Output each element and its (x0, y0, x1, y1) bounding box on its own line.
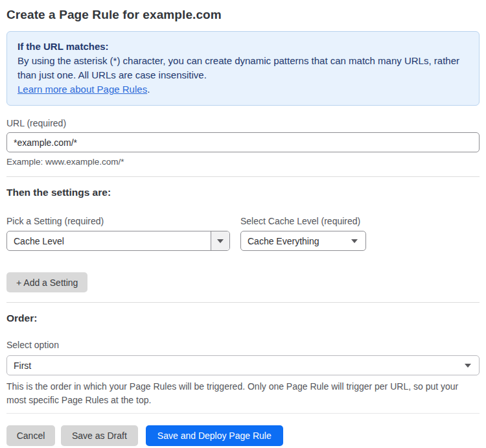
info-box-link-line: Learn more about Page Rules. (17, 82, 469, 97)
cache-level-value: Cache Everything (241, 236, 351, 246)
cache-level-picker-label: Select Cache Level (required) (240, 216, 366, 226)
cache-level-picker-column: Select Cache Level (required) Cache Ever… (240, 216, 366, 251)
create-page-rule-form: Create a Page Rule for example.com If th… (0, 0, 486, 446)
chevron-down-icon (465, 364, 471, 368)
settings-row: Pick a Setting (required) Cache Level Se… (6, 216, 480, 251)
add-setting-button[interactable]: + Add a Setting (6, 272, 87, 292)
section-divider (6, 176, 480, 177)
footer-divider (6, 413, 480, 414)
setting-picker-value: Cache Level (7, 236, 211, 246)
dropdown-arrow-button[interactable] (211, 231, 229, 250)
setting-picker-label: Pick a Setting (required) (6, 216, 230, 226)
url-example-helper: Example: www.example.com/* (6, 157, 480, 167)
settings-section-heading: Then the settings are: (6, 187, 480, 198)
url-input[interactable] (6, 132, 480, 152)
action-buttons-row: Cancel Save as Draft Save and Deploy Pag… (6, 425, 480, 446)
url-match-info-box: If the URL matches: By using the asteris… (6, 31, 480, 106)
info-box-heading: If the URL matches: (17, 40, 469, 54)
cancel-button[interactable]: Cancel (6, 425, 55, 446)
order-helper-text: This is the order in which your Page Rul… (6, 380, 473, 407)
url-field-label: URL (required) (6, 118, 480, 128)
chevron-down-icon (351, 239, 358, 243)
order-dropdown[interactable]: First (6, 355, 480, 375)
order-value: First (7, 360, 465, 371)
chevron-down-icon (217, 239, 224, 243)
setting-picker-column: Pick a Setting (required) Cache Level (6, 216, 230, 251)
save-as-draft-button[interactable]: Save as Draft (61, 425, 138, 446)
save-and-deploy-button[interactable]: Save and Deploy Page Rule (146, 425, 283, 446)
setting-picker-dropdown[interactable]: Cache Level (6, 231, 230, 251)
info-box-body: By using the asterisk (*) character, you… (17, 54, 469, 82)
section-divider (6, 302, 480, 303)
link-suffix: . (147, 84, 150, 95)
page-title: Create a Page Rule for example.com (6, 8, 480, 22)
order-section-heading: Order: (6, 312, 480, 324)
learn-more-link[interactable]: Learn more about Page Rules (17, 84, 147, 95)
cache-level-dropdown[interactable]: Cache Everything (240, 231, 366, 251)
order-select-label: Select option (6, 340, 480, 350)
